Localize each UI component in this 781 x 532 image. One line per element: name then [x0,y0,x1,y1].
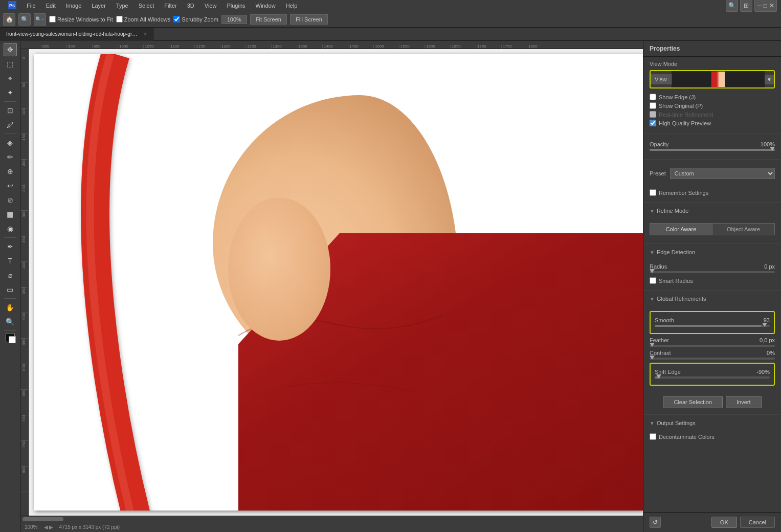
opacity-slider[interactable] [650,149,775,151]
feather-thumb[interactable] [650,343,655,347]
high-quality-preview-checkbox[interactable] [650,120,656,126]
magic-wand-tool[interactable]: ✦ [4,86,17,99]
shift-edge-thumb[interactable] [656,374,661,379]
reset-button[interactable]: ↺ [650,517,661,528]
home-icon[interactable]: 🏠 [3,13,15,26]
zoom-out-icon[interactable]: 🔍− [34,13,46,26]
close-btn[interactable]: ✕ [769,2,774,9]
contrast-slider[interactable] [650,358,775,360]
menu-layer[interactable]: Layer [87,2,110,10]
clear-selection-button[interactable]: Clear Selection [663,396,723,408]
scrubby-zoom-checkbox[interactable] [173,16,180,23]
show-original-row[interactable]: Show Original (P) [650,101,775,110]
heal-tool[interactable]: ◈ [4,136,17,149]
show-edge-row[interactable]: Show Edge (J) [650,93,775,101]
menu-help[interactable]: Help [282,2,302,10]
menu-window[interactable]: Window [252,2,280,10]
show-original-checkbox[interactable] [650,102,656,109]
color-aware-button[interactable]: Color Aware [650,223,712,235]
nav-arrows[interactable]: ◀ ▶ [44,524,53,530]
canvas-viewport[interactable] [29,49,643,516]
fill-screen-button[interactable]: Fill Screen [290,14,328,25]
remember-settings-checkbox[interactable] [650,189,656,196]
brush-tool[interactable]: ✏ [4,150,17,164]
scroll-thumb-h[interactable] [23,517,63,521]
radius-thumb[interactable] [650,269,655,273]
smart-radius-row[interactable]: Smart Radius [650,276,775,285]
type-tool[interactable]: T [4,254,17,268]
global-refinements-header[interactable]: ▼ Global Refinements [643,293,781,305]
history-tool[interactable]: ↩ [4,179,17,192]
search-icon[interactable]: 🔍 [726,0,738,12]
smooth-slider[interactable] [655,325,770,327]
contrast-thumb[interactable] [650,356,655,360]
smooth-thumb[interactable] [762,323,767,327]
ok-button[interactable]: OK [711,517,737,528]
menu-image[interactable]: Image [62,2,86,10]
tab-close-icon[interactable]: × [144,31,147,37]
scrubby-zoom-label[interactable]: Scrubby Zoom [173,16,218,23]
opacity-thumb[interactable] [770,147,775,151]
clone-tool[interactable]: ⊕ [4,165,17,178]
restore-btn[interactable]: □ [764,2,767,9]
resize-windows-label[interactable]: Resize Windows to Fit [49,16,113,23]
eraser-tool[interactable]: ⎚ [4,193,17,207]
zoom-in-icon[interactable]: 🔍 [18,13,31,26]
refine-mode-section-header[interactable]: ▼ Refine Mode [643,205,781,217]
menu-ps[interactable]: Ps [4,0,20,11]
document-tab[interactable]: front-view-young-saleswoman-holding-red-… [0,28,153,41]
preset-select[interactable]: Custom [670,168,775,179]
menu-3d[interactable]: 3D [183,2,198,10]
view-dropdown-btn[interactable]: ▼ [765,75,774,84]
view-mode-group[interactable]: View ▼ [650,70,775,88]
menu-file[interactable]: File [23,2,40,10]
workspace-icon[interactable]: ⊞ [740,0,752,12]
blur-tool[interactable]: ◉ [4,222,17,235]
zoom-level-input[interactable] [221,15,247,24]
invert-button[interactable]: Invert [726,396,762,408]
realtime-refinement-row[interactable]: Real-time Refinement [650,110,775,119]
shape-tool[interactable]: ▭ [4,283,17,296]
decontaminate-row[interactable]: Decontaminate Colors [650,432,775,441]
zoom-all-checkbox[interactable] [116,16,123,23]
realtime-refinement-checkbox[interactable] [650,111,656,118]
fg-color[interactable] [6,333,15,342]
eyedropper-tool[interactable]: 🖊 [4,118,17,131]
menu-select[interactable]: Select [135,2,159,10]
show-edge-checkbox[interactable] [650,94,656,100]
high-quality-preview-row[interactable]: High Quality Preview [650,119,775,127]
select-tool[interactable]: ⬚ [4,57,17,71]
radius-slider[interactable] [650,271,775,273]
prev-arrow[interactable]: ◀ [44,524,48,530]
remember-settings-row[interactable]: Remember Settings [650,188,775,197]
fit-screen-button[interactable]: Fit Screen [250,14,287,25]
next-arrow[interactable]: ▶ [49,524,53,530]
edge-detection-section-header[interactable]: ▼ Edge Detection [643,246,781,258]
move-tool[interactable]: ✥ [4,43,17,56]
shift-edge-slider[interactable] [655,376,770,379]
menu-view[interactable]: View [200,2,221,10]
menu-edit[interactable]: Edit [42,2,60,10]
path-tool[interactable]: ⌀ [4,269,17,282]
crop-tool[interactable]: ⊡ [4,104,17,117]
pen-tool[interactable]: ✒ [4,240,17,253]
minimize-btn[interactable]: ─ [757,2,762,9]
smart-radius-checkbox[interactable] [650,277,656,284]
decontaminate-checkbox[interactable] [650,433,656,440]
hand-tool[interactable]: ✋ [4,301,17,314]
lasso-tool[interactable]: ⌖ [4,72,17,85]
resize-windows-checkbox[interactable] [49,16,56,23]
output-settings-header[interactable]: ▼ Output Settings [643,417,781,429]
menu-plugins[interactable]: Plugins [222,2,249,10]
object-aware-button[interactable]: Object Aware [712,223,775,235]
cancel-button[interactable]: Cancel [740,517,775,528]
menu-type[interactable]: Type [112,2,132,10]
feather-slider[interactable] [650,345,775,347]
canvas-scrollbar-h[interactable] [20,516,643,522]
divider-4 [643,243,781,244]
view-thumbnail[interactable] [672,71,765,87]
gradient-tool[interactable]: ▦ [4,208,17,221]
zoom-all-label[interactable]: Zoom All Windows [116,16,170,23]
zoom-tool[interactable]: 🔍 [4,315,17,328]
menu-filter[interactable]: Filter [160,2,181,10]
